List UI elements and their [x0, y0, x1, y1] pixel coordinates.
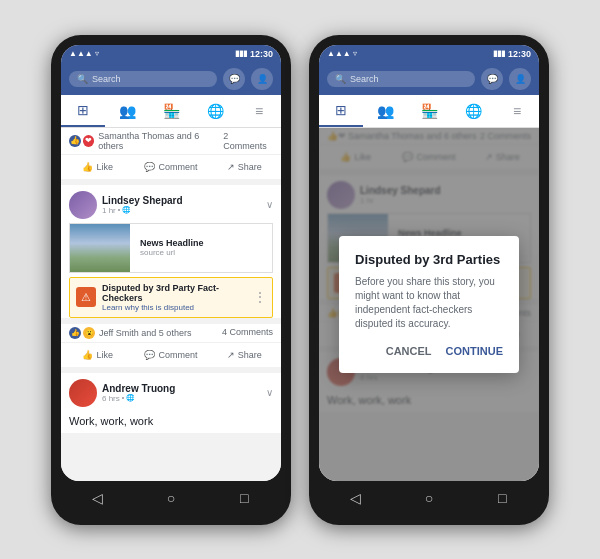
post4-meta: 6 hrs 🌐: [102, 394, 175, 403]
messenger-button-1[interactable]: 💬: [223, 68, 245, 90]
nav-home-1[interactable]: ⊞: [61, 95, 105, 127]
search-label-2: Search: [350, 74, 379, 84]
time-display-1: 12:30: [250, 49, 273, 59]
comment-label-p1: Comment: [158, 162, 197, 172]
menu-icon-2: ≡: [513, 103, 521, 119]
disputed-banner-1[interactable]: ⚠ Disputed by 3rd Party Fact-Checkers Le…: [69, 277, 273, 318]
disputed-title-1: Disputed by 3rd Party Fact-Checkers: [102, 283, 248, 303]
post1-actions: 👍 Like 💬 Comment ↗ Share: [61, 155, 281, 179]
friends-button-2[interactable]: 👤: [509, 68, 531, 90]
post3-reactions-left: 👍 😮 Jeff Smith and 5 others: [69, 327, 191, 339]
wifi-icon-2: ▿: [353, 49, 357, 58]
messenger-button-2[interactable]: 💬: [481, 68, 503, 90]
messenger-icon-2: 💬: [487, 74, 498, 84]
search-bar-1[interactable]: 🔍 Search: [69, 71, 217, 87]
nav-menu-2[interactable]: ≡: [495, 95, 539, 127]
post-card-2: Lindsey Shepard 1 hr 🌐 ∨: [61, 185, 281, 318]
wifi-icon: ▿: [95, 49, 99, 58]
post1-like-button[interactable]: 👍 Like: [61, 158, 134, 176]
nav-marketplace-2[interactable]: 🏪: [407, 95, 451, 127]
lindsey-avatar: [69, 191, 97, 219]
love-emoji-1: ❤: [83, 135, 95, 147]
nav-friends-2[interactable]: 👥: [363, 95, 407, 127]
post4-username: Andrew Truong: [102, 383, 175, 394]
search-icon-2: 🔍: [335, 74, 346, 84]
home-button-1[interactable]: ○: [156, 489, 186, 507]
home-icon-2: ⊞: [335, 102, 347, 118]
marketplace-icon-1: 🏪: [163, 103, 180, 119]
post-card-1: 👍 ❤ Samantha Thomas and 6 others 2 Comme…: [61, 128, 281, 179]
status-bar-2: ▲▲▲ ▿ ▮▮▮ 12:30: [319, 45, 539, 63]
back-button-1[interactable]: ◁: [83, 489, 113, 507]
phone-2-screen: ▲▲▲ ▿ ▮▮▮ 12:30 🔍 Search 💬: [319, 45, 539, 481]
share-icon-p1: ↗: [227, 162, 235, 172]
post2-header: Lindsey Shepard 1 hr 🌐 ∨: [61, 185, 281, 223]
nav-tabs-1: ⊞ 👥 🏪 🌐 ≡: [61, 95, 281, 128]
andrew-avatar: [69, 379, 97, 407]
post2-username: Lindsey Shepard: [102, 195, 183, 206]
globe-icon-1: 🌐: [207, 103, 224, 119]
phone-1-nav: ◁ ○ □: [61, 481, 281, 515]
nav-globe-2[interactable]: 🌐: [451, 95, 495, 127]
post1-comments: 2 Comments: [223, 131, 273, 151]
status-bar-right-2: ▮▮▮ 12:30: [493, 49, 531, 59]
feed-1: 👍 ❤ Samantha Thomas and 6 others 2 Comme…: [61, 128, 281, 481]
post3-user-text: Jeff Smith and 5 others: [99, 328, 191, 338]
post1-comment-button[interactable]: 💬 Comment: [134, 158, 207, 176]
friends-button-1[interactable]: 👤: [251, 68, 273, 90]
post3-like-button[interactable]: 👍 Like: [61, 346, 134, 364]
post4-time: 6 hrs: [102, 394, 120, 403]
phone-1-screen: ▲▲▲ ▿ ▮▮▮ 12:30 🔍 Search 💬: [61, 45, 281, 481]
post3-share-button[interactable]: ↗ Share: [208, 346, 281, 364]
fb-topbar-1: 🔍 Search 💬 👤: [61, 63, 281, 95]
fb-topbar-2: 🔍 Search 💬 👤: [319, 63, 539, 95]
status-bar-right-1: ▮▮▮ 12:30: [235, 49, 273, 59]
post-card-3: 👍 😮 Jeff Smith and 5 others 4 Comments 👍…: [61, 324, 281, 367]
like-icon-p1: 👍: [82, 162, 93, 172]
post2-user-info: Lindsey Shepard 1 hr 🌐: [102, 195, 183, 215]
recents-button-1[interactable]: □: [229, 489, 259, 507]
cancel-button[interactable]: CANCEL: [386, 345, 432, 357]
modal-dialog: Disputed by 3rd Parties Before you share…: [339, 236, 519, 373]
modal-body: Before you share this story, you might w…: [355, 275, 503, 331]
comment-icon-p1: 💬: [144, 162, 155, 172]
post1-reactions-left: 👍 ❤ Samantha Thomas and 6 others: [69, 131, 223, 151]
nav-friends-1[interactable]: 👥: [105, 95, 149, 127]
friends-icon-1: 👤: [257, 74, 268, 84]
recents-button-2[interactable]: □: [487, 489, 517, 507]
post2-meta: 1 hr 🌐: [102, 206, 183, 215]
disputed-text-1: Disputed by 3rd Party Fact-Checkers Lear…: [102, 283, 248, 312]
nav-menu-1[interactable]: ≡: [237, 95, 281, 127]
post4-header: Andrew Truong 6 hrs 🌐 ∨: [61, 373, 281, 411]
topbar-icons-2: 💬 👤: [481, 68, 531, 90]
like-label-p3: Like: [96, 350, 113, 360]
news-headline-text: News Headline: [140, 238, 204, 248]
post4-user-info: Andrew Truong 6 hrs 🌐: [102, 383, 175, 403]
share-label-p3: Share: [238, 350, 262, 360]
post2-chevron: ∨: [266, 199, 273, 210]
nav-home-2[interactable]: ⊞: [319, 95, 363, 127]
phone-2-nav: ◁ ○ □: [319, 481, 539, 515]
post3-comments: 4 Comments: [222, 327, 273, 339]
modal-actions: CANCEL CONTINUE: [355, 345, 503, 357]
topbar-icons-1: 💬 👤: [223, 68, 273, 90]
status-bar-left-1: ▲▲▲ ▿: [69, 49, 99, 58]
status-bar-left-2: ▲▲▲ ▿: [327, 49, 357, 58]
nav-marketplace-1[interactable]: 🏪: [149, 95, 193, 127]
like-emoji-3: 👍: [69, 327, 81, 339]
home-button-2[interactable]: ○: [414, 489, 444, 507]
news-card-1[interactable]: News Headline source url: [69, 223, 273, 273]
phone-1: ▲▲▲ ▿ ▮▮▮ 12:30 🔍 Search 💬: [51, 35, 291, 525]
post1-share-button[interactable]: ↗ Share: [208, 158, 281, 176]
disputed-sub-1: Learn why this is disputed: [102, 303, 248, 312]
nav-globe-1[interactable]: 🌐: [193, 95, 237, 127]
search-bar-2[interactable]: 🔍 Search: [327, 71, 475, 87]
menu-icon-1: ≡: [255, 103, 263, 119]
battery-icon: ▮▮▮: [235, 49, 247, 58]
home-icon-1: ⊞: [77, 102, 89, 118]
back-button-2[interactable]: ◁: [341, 489, 371, 507]
continue-button[interactable]: CONTINUE: [446, 345, 503, 357]
like-emoji-1: 👍: [69, 135, 81, 147]
status-bar-1: ▲▲▲ ▿ ▮▮▮ 12:30: [61, 45, 281, 63]
post3-comment-button[interactable]: 💬 Comment: [134, 346, 207, 364]
